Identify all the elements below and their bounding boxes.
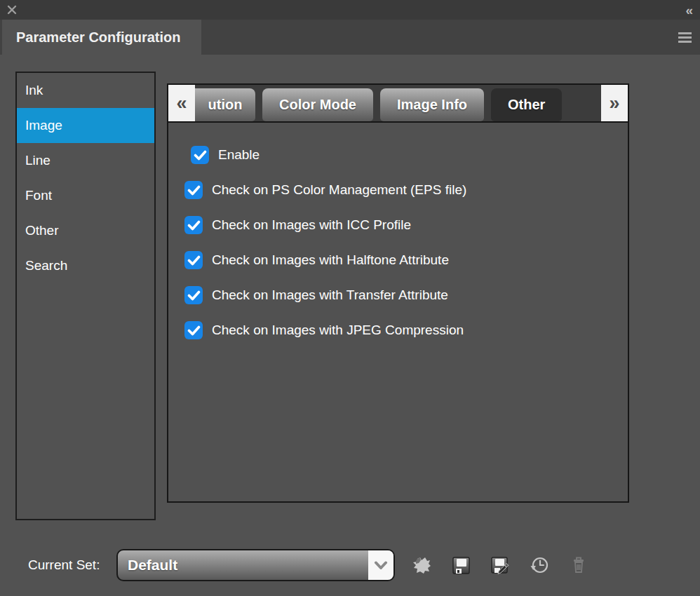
close-icon[interactable]	[6, 4, 18, 15]
current-set-dropdown[interactable]: Default	[116, 549, 395, 581]
content-box: « utionColor ModeImage InfoOther » Enabl…	[167, 83, 629, 503]
checkbox[interactable]	[184, 251, 203, 269]
checkbox[interactable]	[184, 321, 203, 339]
window-tab-row: Parameter Configuration	[0, 20, 700, 55]
checkbox-label: Check on Images with Transfer Attribute	[212, 287, 448, 303]
checkbox-row: Check on PS Color Management (EPS file)	[168, 172, 628, 208]
checkbox[interactable]	[184, 286, 203, 304]
chevron-down-icon	[368, 550, 393, 580]
collapse-panel-icon[interactable]: «	[685, 0, 693, 20]
checkbox-row: Check on Images with Transfer Attribute	[168, 278, 628, 313]
panel-menu-icon[interactable]	[678, 32, 692, 45]
checkbox-label: Check on Images with Halftone Attribute	[212, 252, 449, 268]
save-as-set-icon[interactable]	[488, 553, 512, 577]
sidebar-item-line[interactable]: Line	[17, 143, 154, 178]
checkbox-row: Enable	[168, 137, 628, 172]
checkbox[interactable]	[184, 216, 203, 234]
tab-image-info[interactable]: Image Info	[380, 88, 484, 121]
tab-ution[interactable]: ution	[195, 88, 255, 121]
current-set-value: Default	[118, 557, 368, 574]
restore-set-icon[interactable]	[527, 553, 551, 577]
checkbox[interactable]	[191, 146, 209, 164]
save-set-icon[interactable]	[449, 553, 473, 577]
checkbox[interactable]	[184, 181, 203, 199]
new-set-icon[interactable]	[410, 553, 433, 577]
tab-parameter-configuration[interactable]: Parameter Configuration	[2, 20, 201, 55]
delete-set-icon[interactable]	[567, 553, 591, 577]
checkbox-label: Check on Images with ICC Profile	[212, 217, 411, 233]
tabs-scroll-right-icon[interactable]: »	[601, 85, 628, 121]
tabs-scroll-left-icon[interactable]: «	[168, 85, 195, 121]
checkbox-label: Check on Images with JPEG Compression	[212, 323, 464, 338]
checkbox-label: Enable	[218, 147, 260, 163]
checkbox-list: EnableCheck on PS Color Management (EPS …	[168, 123, 628, 348]
sidebar-nav: InkImageLineFontOtherSearch	[15, 72, 156, 520]
set-toolbar	[410, 553, 591, 577]
sidebar-item-image[interactable]: Image	[17, 108, 154, 143]
sidebar-item-ink[interactable]: Ink	[17, 73, 154, 108]
panel-tabs: utionColor ModeImage InfoOther	[195, 85, 601, 121]
sidebar-item-search[interactable]: Search	[17, 248, 154, 283]
parameter-configuration-panel: « Parameter Configuration InkImageLineFo…	[0, 0, 700, 596]
sidebar-item-other[interactable]: Other	[17, 213, 154, 248]
checkbox-row: Check on Images with JPEG Compression	[168, 313, 628, 348]
tab-other[interactable]: Other	[491, 88, 562, 121]
titlebar: «	[0, 0, 700, 20]
inner-tabstrip: « utionColor ModeImage InfoOther »	[168, 85, 628, 123]
checkbox-row: Check on Images with ICC Profile	[168, 208, 628, 243]
checkbox-row: Check on Images with Halftone Attribute	[168, 243, 628, 278]
checkbox-label: Check on PS Color Management (EPS file)	[212, 182, 466, 198]
sidebar-item-font[interactable]: Font	[17, 178, 154, 213]
tab-color-mode[interactable]: Color Mode	[262, 88, 373, 121]
panel-body: InkImageLineFontOtherSearch « utionColor…	[0, 55, 700, 596]
current-set-label: Current Set:	[28, 557, 100, 573]
